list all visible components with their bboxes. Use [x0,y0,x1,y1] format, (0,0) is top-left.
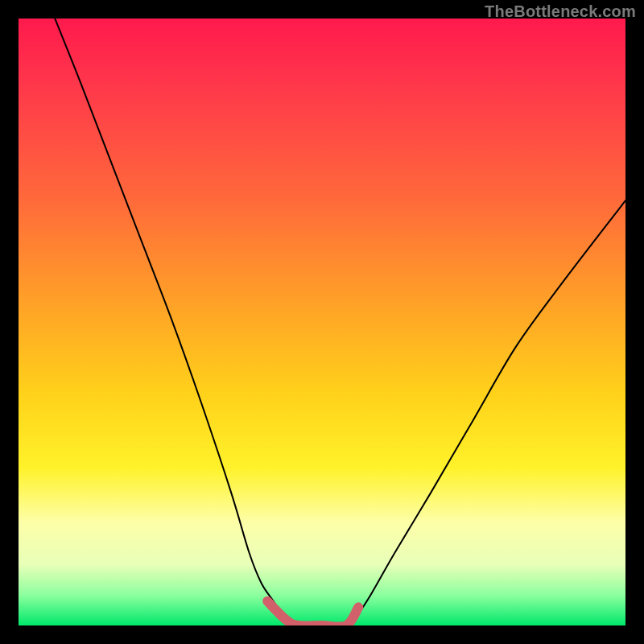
curve-left-arm [55,19,298,625]
plot-area [19,19,625,625]
chart-svg [19,19,625,625]
curve-right-arm [346,200,625,625]
chart-frame: TheBottleneck.com [0,0,644,644]
watermark-text: TheBottleneck.com [485,2,636,21]
curve-bottom-highlight [267,601,358,625]
